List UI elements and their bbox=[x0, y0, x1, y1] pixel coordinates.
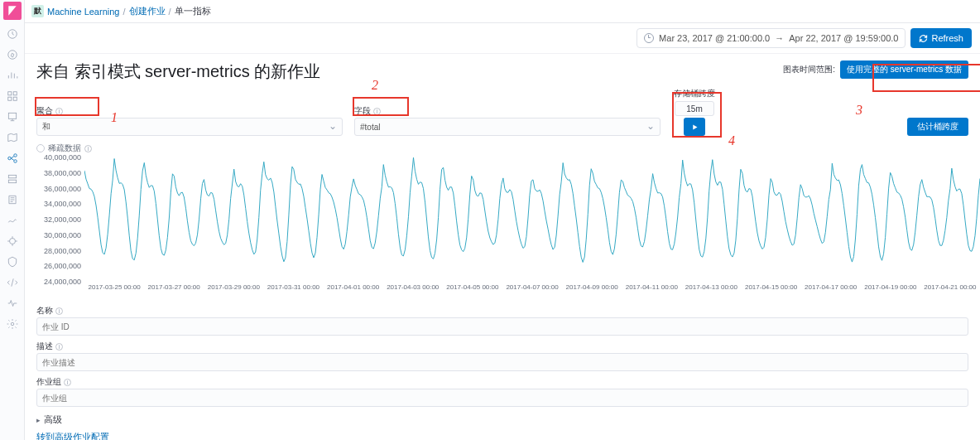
desc-label: 描述i bbox=[36, 341, 968, 352]
devtools-icon[interactable] bbox=[0, 272, 25, 293]
agg-select[interactable]: 和 bbox=[36, 118, 343, 136]
page-title: 来自 索引模式 server-metrics 的新作业 bbox=[36, 60, 320, 83]
y-tick: 40,000,000 bbox=[44, 153, 81, 162]
svg-point-12 bbox=[9, 238, 15, 244]
span-label: 存储桶跨度 bbox=[674, 88, 715, 99]
ml-icon[interactable] bbox=[0, 147, 25, 168]
breadcrumb-item[interactable]: Machine Learning bbox=[47, 7, 119, 17]
siem-icon[interactable] bbox=[0, 251, 25, 272]
management-icon[interactable] bbox=[0, 313, 25, 334]
chart: 24,000,00026,000,00028,000,00030,000,000… bbox=[36, 157, 968, 300]
y-tick: 38,000,000 bbox=[44, 169, 81, 177]
discover-icon[interactable] bbox=[0, 44, 25, 65]
time-end: Apr 22, 2017 @ 19:59:00.0 bbox=[789, 33, 898, 43]
workspace-badge: 默 bbox=[31, 5, 44, 17]
time-picker[interactable]: Mar 23, 2017 @ 21:00:00.0 → Apr 22, 2017… bbox=[637, 28, 906, 48]
x-tick: 2017-04-11 00:00 bbox=[626, 283, 678, 291]
uptime-icon[interactable] bbox=[0, 230, 25, 251]
sidebar bbox=[0, 0, 25, 440]
play-button[interactable] bbox=[684, 118, 705, 136]
x-tick: 2017-03-25 00:00 bbox=[88, 283, 140, 291]
y-tick: 36,000,000 bbox=[44, 185, 81, 193]
field-select[interactable]: #total bbox=[354, 118, 661, 136]
info-icon[interactable]: i bbox=[55, 343, 63, 351]
logs-icon[interactable] bbox=[0, 189, 25, 210]
svg-point-8 bbox=[13, 153, 17, 157]
info-icon[interactable]: i bbox=[84, 145, 92, 152]
clock-icon bbox=[644, 33, 654, 43]
x-tick: 2017-03-29 00:00 bbox=[208, 283, 260, 291]
x-tick: 2017-04-07 00:00 bbox=[506, 283, 558, 291]
svg-point-13 bbox=[11, 322, 14, 326]
y-tick: 34,000,000 bbox=[44, 200, 81, 208]
use-full-data-button[interactable]: 使用完整的 server-metrics 数据 bbox=[840, 60, 968, 79]
chevron-right-icon: ▸ bbox=[36, 416, 41, 424]
svg-rect-6 bbox=[8, 113, 16, 118]
x-tick: 2017-03-31 00:00 bbox=[267, 283, 319, 291]
svg-point-9 bbox=[13, 159, 17, 162]
x-tick: 2017-04-03 00:00 bbox=[387, 283, 439, 291]
svg-point-7 bbox=[7, 157, 11, 160]
breadcrumb: 默 Machine Learning / 创建作业 / 单一指标 bbox=[25, 0, 980, 23]
info-icon[interactable]: i bbox=[64, 379, 71, 386]
x-tick: 2017-04-21 00:00 bbox=[924, 283, 976, 291]
sparse-data-radio[interactable] bbox=[36, 144, 45, 152]
x-tick: 2017-04-17 00:00 bbox=[805, 283, 857, 291]
y-tick: 32,000,000 bbox=[44, 215, 81, 224]
agg-label: 聚合i bbox=[36, 105, 343, 117]
breadcrumb-item[interactable]: 创建作业 bbox=[129, 5, 166, 17]
arrow-icon: → bbox=[775, 33, 784, 43]
x-tick: 2017-04-19 00:00 bbox=[864, 283, 916, 291]
goto-advanced-link[interactable]: 转到高级作业配置 bbox=[36, 431, 968, 440]
y-tick: 24,000,000 bbox=[44, 278, 81, 286]
breadcrumb-item: 单一指标 bbox=[175, 5, 211, 17]
estimate-span-button[interactable]: 估计桶跨度 bbox=[907, 118, 968, 136]
infra-icon[interactable] bbox=[0, 168, 25, 189]
apm-icon[interactable] bbox=[0, 210, 25, 230]
y-tick: 28,000,000 bbox=[44, 247, 81, 255]
x-tick: 2017-04-13 00:00 bbox=[685, 283, 737, 291]
info-icon[interactable]: i bbox=[373, 108, 381, 115]
refresh-button[interactable]: Refresh bbox=[910, 28, 972, 48]
monitoring-icon[interactable] bbox=[0, 293, 25, 313]
y-tick: 26,000,000 bbox=[44, 262, 81, 270]
job-id-input[interactable] bbox=[36, 317, 968, 336]
canvas-icon[interactable] bbox=[0, 106, 25, 127]
group-label: 作业组i bbox=[36, 376, 968, 388]
field-label: 字段i bbox=[354, 105, 661, 117]
info-icon[interactable]: i bbox=[55, 108, 63, 115]
x-tick: 2017-04-15 00:00 bbox=[745, 283, 797, 291]
x-tick: 2017-03-27 00:00 bbox=[148, 283, 200, 291]
toolbar: Mar 23, 2017 @ 21:00:00.0 → Apr 22, 2017… bbox=[25, 23, 980, 54]
svg-rect-4 bbox=[7, 97, 11, 100]
job-desc-input[interactable] bbox=[36, 353, 968, 371]
name-label: 名称i bbox=[36, 305, 968, 317]
x-tick: 2017-04-09 00:00 bbox=[566, 283, 618, 291]
svg-rect-11 bbox=[8, 180, 16, 183]
svg-rect-2 bbox=[7, 91, 11, 94]
time-start: Mar 23, 2017 @ 21:00:00.0 bbox=[659, 33, 770, 43]
x-tick: 2017-04-05 00:00 bbox=[446, 283, 498, 291]
svg-rect-3 bbox=[13, 91, 17, 94]
sparse-label: 稀疏数据 bbox=[48, 143, 81, 154]
svg-point-1 bbox=[7, 50, 17, 59]
job-group-input[interactable] bbox=[36, 389, 968, 407]
svg-rect-10 bbox=[8, 175, 16, 178]
visualize-icon[interactable] bbox=[0, 65, 25, 85]
dashboard-icon[interactable] bbox=[0, 85, 25, 106]
advanced-expander[interactable]: ▸ 高级 bbox=[36, 413, 968, 426]
y-tick: 30,000,000 bbox=[44, 231, 81, 239]
clock-icon[interactable] bbox=[0, 23, 25, 44]
chart-range-label: 图表时间范围: bbox=[783, 64, 835, 75]
info-icon[interactable]: i bbox=[55, 307, 63, 315]
x-tick: 2017-04-01 00:00 bbox=[327, 283, 379, 291]
bucket-span-input[interactable]: 15m bbox=[675, 101, 714, 116]
kibana-logo-icon[interactable] bbox=[3, 2, 22, 20]
svg-rect-5 bbox=[13, 97, 17, 100]
maps-icon[interactable] bbox=[0, 127, 25, 147]
